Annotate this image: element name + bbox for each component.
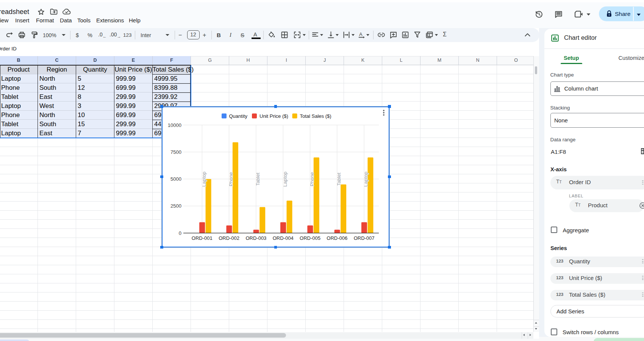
svg-text:ORD-001: ORD-001 xyxy=(192,235,213,241)
svg-text:7500: 7500 xyxy=(170,149,181,155)
svg-text:ORD-004: ORD-004 xyxy=(273,235,294,241)
svg-text:ORD-006: ORD-006 xyxy=(327,235,347,241)
svg-text:2500: 2500 xyxy=(170,203,181,209)
svg-text:Phone: Phone xyxy=(228,172,234,186)
svg-text:Quantity: Quantity xyxy=(229,113,248,119)
svg-text:Total Sales ($): Total Sales ($) xyxy=(300,113,331,119)
svg-text:10000: 10000 xyxy=(168,122,181,128)
svg-text:5000: 5000 xyxy=(170,176,181,182)
svg-text:Tablet: Tablet xyxy=(255,172,261,186)
svg-text:ORD-003: ORD-003 xyxy=(245,235,266,241)
svg-text:ORD-007: ORD-007 xyxy=(354,235,375,241)
svg-text:0: 0 xyxy=(179,230,181,236)
svg-text:A: A xyxy=(359,31,363,37)
svg-text:Laptop: Laptop xyxy=(363,172,369,187)
svg-text:Laptop: Laptop xyxy=(282,172,288,187)
svg-text:Laptop: Laptop xyxy=(201,172,207,187)
svg-text:ORD-005: ORD-005 xyxy=(300,235,320,241)
svg-text:Tablet: Tablet xyxy=(336,172,342,186)
svg-text:ORD-002: ORD-002 xyxy=(219,235,239,241)
svg-text:Unit Price ($): Unit Price ($) xyxy=(259,113,288,119)
svg-text:Phone: Phone xyxy=(309,172,315,186)
